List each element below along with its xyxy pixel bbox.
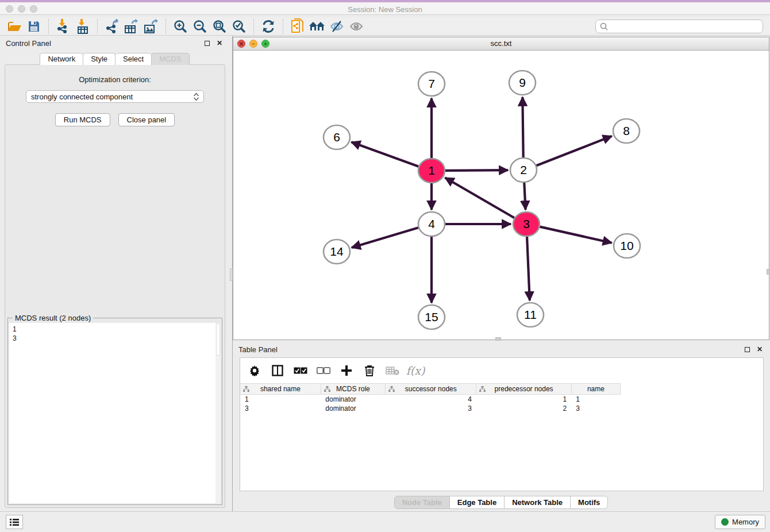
control-panel-tabs: Network Style Select MCDS [0, 53, 230, 65]
col-mcds-role[interactable]: MCDS role [321, 384, 385, 395]
result-line: 3 [13, 334, 217, 343]
graph-node-15[interactable]: 15 [418, 305, 445, 329]
graph-node-3[interactable]: 3 [513, 212, 540, 236]
function-builder-icon[interactable]: f(x) [408, 363, 423, 378]
zoom-fit-icon[interactable] [210, 18, 229, 34]
graph-node-14[interactable]: 14 [324, 240, 350, 264]
float-panel-icon[interactable] [202, 38, 211, 48]
export-network-icon[interactable] [102, 18, 122, 34]
cell-shared-name[interactable]: 3 [240, 404, 321, 413]
cell-successor-nodes[interactable]: 4 [386, 395, 476, 404]
task-history-button[interactable] [6, 515, 23, 529]
tab-network-table[interactable]: Network Table [504, 496, 571, 509]
add-row-icon[interactable] [339, 363, 354, 378]
hierarchy-icon [388, 386, 395, 394]
graph-edge-2-9[interactable] [522, 97, 523, 157]
network-resize-grip[interactable] [767, 269, 770, 275]
criterion-value: strongly connected component [31, 92, 194, 101]
close-panel-button[interactable]: Close panel [118, 113, 175, 126]
tab-select[interactable]: Select [115, 53, 152, 65]
graph-edge-3-1[interactable] [445, 178, 515, 218]
result-scrollbar[interactable] [215, 323, 221, 503]
main-titlebar: Session: New Session [0, 0, 770, 15]
search-box[interactable] [595, 20, 763, 33]
deselect-all-rows-icon[interactable] [316, 363, 331, 378]
import-network-icon[interactable] [53, 18, 73, 34]
delete-row-icon[interactable] [362, 363, 377, 378]
mcds-result-textarea[interactable]: 1 3 [9, 323, 221, 503]
svg-text:3: 3 [523, 217, 530, 230]
memory-button[interactable]: Memory [715, 515, 765, 529]
cell-shared-name[interactable]: 1 [240, 395, 321, 404]
table-panel-title: Table Panel [238, 345, 739, 354]
graph-edge-3-10[interactable] [540, 227, 611, 243]
toolbar-separator [97, 19, 98, 34]
svg-text:10: 10 [620, 239, 633, 252]
graph-node-10[interactable]: 10 [614, 234, 640, 258]
graph-node-7[interactable]: 7 [418, 72, 445, 96]
zoom-in-icon[interactable] [171, 18, 190, 34]
network-resize-grip[interactable] [495, 337, 501, 341]
export-table-icon[interactable] [122, 18, 141, 34]
close-table-panel-icon[interactable]: ✕ [755, 345, 764, 354]
window-title: Session: New Session [0, 5, 770, 14]
clone-network-icon[interactable] [288, 18, 307, 34]
show-columns-icon[interactable] [270, 363, 285, 378]
delete-column-icon[interactable] [385, 363, 400, 378]
select-all-rows-icon[interactable] [293, 363, 308, 378]
float-table-panel-icon[interactable] [742, 345, 752, 354]
close-panel-icon[interactable]: ✕ [215, 38, 224, 48]
table-row[interactable]: 1 dominator 4 1 1 [240, 395, 621, 404]
table-header-row: shared name MCDS role successor nodes pr… [240, 384, 621, 395]
hide-selected-icon[interactable] [327, 18, 346, 34]
save-session-icon[interactable] [24, 18, 44, 34]
import-table-icon[interactable] [73, 18, 93, 34]
graph-node-9[interactable]: 9 [509, 71, 536, 95]
cell-name[interactable]: 1 [571, 395, 620, 404]
graph-edge-2-8[interactable] [536, 136, 611, 165]
graph-node-6[interactable]: 6 [324, 125, 350, 149]
cell-mcds-role[interactable]: dominator [321, 404, 385, 413]
network-canvas[interactable]: 7968124314101511 [233, 51, 769, 340]
graph-node-4[interactable]: 4 [418, 212, 445, 236]
graph-edge-4-14[interactable] [352, 228, 418, 248]
show-all-icon[interactable] [346, 18, 366, 34]
search-input[interactable] [611, 22, 759, 30]
tab-motifs[interactable]: Motifs [570, 496, 608, 509]
graph-node-2[interactable]: 2 [510, 158, 537, 182]
cell-name[interactable]: 3 [571, 404, 620, 413]
zoom-out-icon[interactable] [190, 18, 210, 34]
col-predecessor-nodes[interactable]: predecessor nodes [476, 384, 571, 395]
tab-mcds[interactable]: MCDS [151, 53, 189, 65]
hierarchy-icon [479, 386, 486, 394]
toolbar-separator [165, 19, 166, 34]
table-row[interactable]: 3 dominator 3 2 3 [240, 404, 621, 413]
tab-node-table[interactable]: Node Table [394, 496, 450, 509]
network-window-titlebar[interactable]: ✕ − + scc.txt [233, 37, 769, 51]
export-image-icon[interactable] [141, 18, 161, 34]
cell-successor-nodes[interactable]: 3 [386, 404, 476, 413]
zoom-selected-icon[interactable] [229, 18, 249, 34]
first-neighbors-icon[interactable] [307, 18, 327, 34]
graph-node-8[interactable]: 8 [613, 119, 640, 143]
tab-network[interactable]: Network [40, 53, 83, 65]
col-shared-name[interactable]: shared name [240, 384, 321, 395]
graph-edge-1-2[interactable] [445, 170, 508, 171]
table-settings-icon[interactable] [247, 363, 262, 378]
run-mcds-button[interactable]: Run MCDS [55, 113, 110, 126]
graph-edge-3-11[interactable] [527, 237, 530, 300]
graph-edge-1-6[interactable] [351, 142, 418, 166]
col-name[interactable]: name [571, 384, 620, 395]
cell-mcds-role[interactable]: dominator [321, 395, 385, 404]
graph-edge-2-3[interactable] [524, 183, 525, 210]
col-successor-nodes[interactable]: successor nodes [386, 384, 476, 395]
open-file-icon[interactable] [5, 18, 24, 34]
graph-node-1[interactable]: 1 [418, 159, 445, 183]
cell-predecessor-nodes[interactable]: 1 [476, 395, 571, 404]
tab-edge-table[interactable]: Edge Table [449, 496, 505, 509]
apply-layout-icon[interactable] [259, 18, 278, 34]
cell-predecessor-nodes[interactable]: 2 [476, 404, 571, 413]
graph-node-11[interactable]: 11 [517, 303, 544, 327]
tab-style[interactable]: Style [83, 53, 116, 65]
criterion-dropdown[interactable]: strongly connected component [26, 90, 204, 103]
